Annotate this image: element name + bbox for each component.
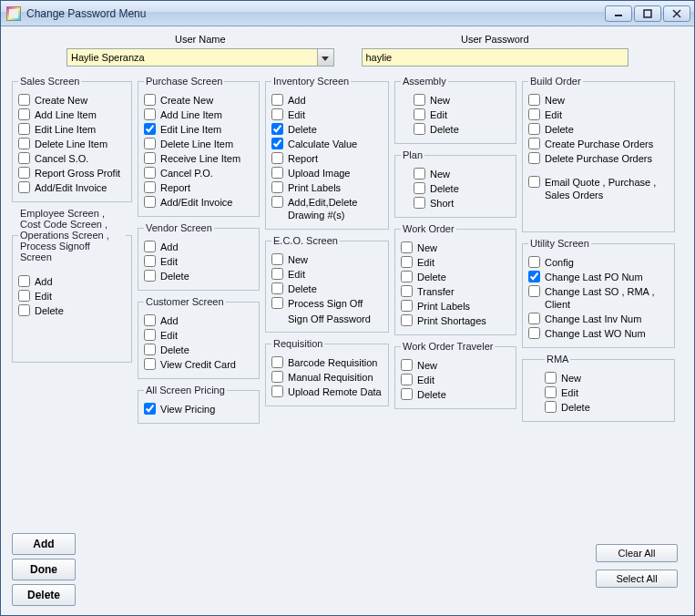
- checkbox-input[interactable]: [528, 108, 540, 120]
- build-create-purchase-orders-checkbox[interactable]: Create Purchase Orders: [528, 138, 669, 150]
- workorder-new-checkbox[interactable]: New: [401, 241, 510, 254]
- vendor-edit-checkbox[interactable]: Edit: [144, 255, 253, 268]
- maximize-button[interactable]: [634, 5, 661, 22]
- purchase-add-edit-invoice-checkbox[interactable]: Add/Edit Invoice: [144, 196, 253, 209]
- checkbox-input[interactable]: [18, 181, 30, 193]
- build-edit-checkbox[interactable]: Edit: [528, 108, 669, 121]
- workorder-print-shortages-checkbox[interactable]: Print Shortages: [401, 314, 510, 327]
- inventory-add-edit-delete-drawing-s-checkbox[interactable]: Add,Edit,Delete Drawing #(s): [271, 196, 383, 221]
- checkbox-input[interactable]: [271, 385, 283, 397]
- eco-edit-checkbox[interactable]: Edit: [271, 268, 383, 281]
- customer-edit-checkbox[interactable]: Edit: [144, 329, 253, 342]
- checkbox-input[interactable]: [528, 94, 540, 106]
- sales-add-edit-invoice-checkbox[interactable]: Add/Edit Invoice: [18, 181, 126, 194]
- checkbox-input[interactable]: [144, 138, 156, 149]
- assembly-edit-checkbox[interactable]: Edit: [414, 108, 510, 121]
- checkbox-input[interactable]: [414, 182, 425, 194]
- sales-report-gross-profit-checkbox[interactable]: Report Gross Profit: [18, 167, 126, 180]
- purchase-add-line-item-checkbox[interactable]: Add Line Item: [144, 108, 253, 121]
- customer-add-checkbox[interactable]: Add: [144, 314, 253, 327]
- checkbox-input[interactable]: [271, 167, 283, 179]
- purchase-report-checkbox[interactable]: Report: [144, 181, 253, 194]
- password-input[interactable]: [362, 48, 629, 67]
- utility-change-last-so-rma-client-checkbox[interactable]: Change Last SO , RMA , Client: [528, 285, 669, 311]
- checkbox-input[interactable]: [271, 123, 283, 135]
- checkbox-input[interactable]: [528, 313, 540, 324]
- checkbox-input[interactable]: [528, 176, 540, 188]
- checkbox-input[interactable]: [144, 270, 156, 282]
- purchase-cancel-p-o-checkbox[interactable]: Cancel P.O.: [144, 167, 253, 180]
- build-delete-purchase-orders-checkbox[interactable]: Delete Purchase Orders: [528, 152, 669, 165]
- checkbox-input[interactable]: [271, 268, 283, 280]
- checkbox-input[interactable]: [401, 374, 413, 385]
- delete-button[interactable]: Delete: [12, 584, 76, 606]
- checkbox-input[interactable]: [144, 403, 156, 415]
- build-email-quote-purchase-sales-orders-checkbox[interactable]: Email Quote , Purchase , Sales Orders: [528, 176, 669, 201]
- checkbox-input[interactable]: [144, 94, 156, 106]
- purchase-edit-line-item-checkbox[interactable]: Edit Line Item: [144, 123, 253, 136]
- username-combo[interactable]: [66, 48, 334, 67]
- checkbox-input[interactable]: [545, 386, 557, 398]
- checkbox-input[interactable]: [144, 241, 156, 252]
- checkbox-input[interactable]: [271, 282, 283, 294]
- employee-add-checkbox[interactable]: Add: [18, 275, 126, 288]
- requisition-manual-requisition-checkbox[interactable]: Manual Requisition: [271, 371, 383, 384]
- checkbox-input[interactable]: [18, 138, 30, 149]
- checkbox-input[interactable]: [271, 371, 283, 383]
- sales-delete-line-item-checkbox[interactable]: Delete Line Item: [18, 138, 126, 150]
- customer-view-credit-card-checkbox[interactable]: View Credit Card: [144, 358, 253, 371]
- checkbox-input[interactable]: [528, 271, 540, 282]
- assembly-new-checkbox[interactable]: New: [414, 94, 510, 107]
- checkbox-input[interactable]: [401, 271, 413, 282]
- checkbox-input[interactable]: [414, 108, 425, 120]
- checkbox-input[interactable]: [144, 314, 156, 326]
- workorder-transfer-checkbox[interactable]: Transfer: [401, 285, 510, 298]
- inventory-add-checkbox[interactable]: Add: [271, 94, 383, 107]
- checkbox-input[interactable]: [545, 401, 557, 413]
- traveler-edit-checkbox[interactable]: Edit: [401, 374, 510, 386]
- checkbox-input[interactable]: [271, 356, 283, 368]
- employee-edit-checkbox[interactable]: Edit: [18, 290, 126, 303]
- checkbox-input[interactable]: [401, 359, 413, 371]
- checkbox-input[interactable]: [528, 285, 540, 297]
- eco-new-checkbox[interactable]: New: [271, 253, 383, 266]
- checkbox-input[interactable]: [18, 94, 30, 106]
- inventory-edit-checkbox[interactable]: Edit: [271, 108, 383, 121]
- requisition-upload-remote-data-checkbox[interactable]: Upload Remote Data: [271, 385, 383, 398]
- checkbox-input[interactable]: [18, 304, 30, 316]
- inventory-upload-image-checkbox[interactable]: Upload Image: [271, 167, 383, 180]
- checkbox-input[interactable]: [528, 123, 540, 135]
- sales-create-new-checkbox[interactable]: Create New: [18, 94, 126, 107]
- checkbox-input[interactable]: [401, 314, 413, 326]
- checkbox-input[interactable]: [18, 123, 30, 135]
- checkbox-input[interactable]: [414, 94, 425, 106]
- requisition-barcode-requisition-checkbox[interactable]: Barcode Requisition: [271, 356, 383, 369]
- inventory-calculate-value-checkbox[interactable]: Calculate Value: [271, 138, 383, 150]
- purchase-create-new-checkbox[interactable]: Create New: [144, 94, 253, 107]
- utility-change-last-wo-num-checkbox[interactable]: Change Last WO Num: [528, 327, 669, 340]
- vendor-add-checkbox[interactable]: Add: [144, 241, 253, 253]
- checkbox-input[interactable]: [144, 152, 156, 164]
- workorder-print-labels-checkbox[interactable]: Print Labels: [401, 300, 510, 313]
- eco-delete-checkbox[interactable]: Delete: [271, 282, 383, 295]
- checkbox-input[interactable]: [144, 108, 156, 120]
- checkbox-input[interactable]: [528, 152, 540, 164]
- checkbox-input[interactable]: [271, 138, 283, 149]
- select-all-button[interactable]: Select All: [596, 570, 678, 588]
- checkbox-input[interactable]: [271, 297, 283, 309]
- rma-new-checkbox[interactable]: New: [545, 372, 669, 385]
- utility-config-checkbox[interactable]: Config: [528, 256, 669, 269]
- checkbox-input[interactable]: [144, 255, 156, 267]
- checkbox-input[interactable]: [414, 197, 425, 209]
- build-delete-checkbox[interactable]: Delete: [528, 123, 669, 136]
- checkbox-input[interactable]: [18, 275, 30, 287]
- checkbox-input[interactable]: [271, 253, 283, 265]
- checkbox-input[interactable]: [401, 300, 413, 312]
- checkbox-input[interactable]: [271, 152, 283, 164]
- traveler-delete-checkbox[interactable]: Delete: [401, 388, 510, 401]
- customer-delete-checkbox[interactable]: Delete: [144, 344, 253, 356]
- purchase-delete-line-item-checkbox[interactable]: Delete Line Item: [144, 138, 253, 150]
- checkbox-input[interactable]: [414, 168, 425, 180]
- workorder-delete-checkbox[interactable]: Delete: [401, 271, 510, 283]
- plan-delete-checkbox[interactable]: Delete: [414, 182, 510, 195]
